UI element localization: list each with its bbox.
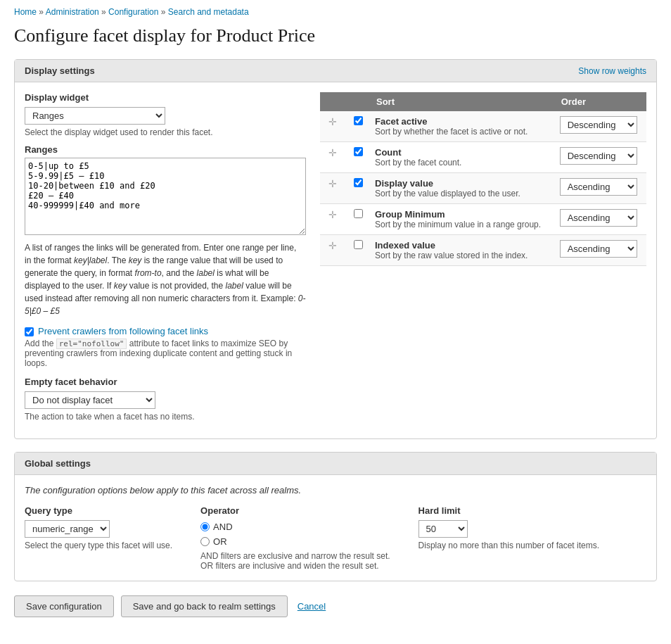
order-cell-group_minimum: AscendingDescending bbox=[554, 204, 646, 235]
button-row: Save configuration Save and go back to r… bbox=[14, 595, 657, 617]
sort-table: Sort Order ✛Facet activeSort by whether … bbox=[320, 92, 646, 266]
drag-handle-indexed_value[interactable]: ✛ bbox=[320, 235, 348, 266]
display-widget-desc: Select the display widget used to render… bbox=[25, 127, 306, 137]
global-settings-section: Global settings The configuration option… bbox=[14, 452, 657, 581]
sort-checkbox-indexed_value[interactable] bbox=[354, 240, 363, 249]
prevent-crawlers-help: Add the rel="nofollow" attribute to face… bbox=[25, 339, 306, 368]
ranges-help: A list of ranges the links will be gener… bbox=[25, 241, 306, 317]
sort-col-check bbox=[348, 92, 369, 111]
sort-checkbox-display_value[interactable] bbox=[354, 178, 363, 187]
order-select-group_minimum[interactable]: AscendingDescending bbox=[560, 209, 637, 227]
display-settings-section: Display settings Show row weights Displa… bbox=[14, 59, 657, 439]
global-settings-header: Global settings bbox=[15, 453, 656, 475]
sort-checkbox-count[interactable] bbox=[354, 147, 363, 156]
drag-handle-facet_active[interactable]: ✛ bbox=[320, 111, 348, 142]
hard-limit-field: Hard limit 10 20 50 100 200 Display no m… bbox=[418, 505, 599, 557]
order-select-indexed_value[interactable]: AscendingDescending bbox=[560, 240, 637, 258]
sort-checkbox-cell-group_minimum bbox=[348, 204, 369, 235]
display-widget-label: Display widget bbox=[25, 92, 306, 103]
prevent-crawlers-label[interactable]: Prevent crawlers from following facet li… bbox=[38, 326, 208, 336]
global-settings-body: The configuration options below apply to… bbox=[15, 475, 656, 581]
breadcrumb-config[interactable]: Configuration bbox=[108, 7, 158, 17]
operator-radio-group: AND OR bbox=[200, 522, 390, 547]
save-go-back-button[interactable]: Save and go back to realm settings bbox=[121, 595, 288, 617]
and-help-text: AND filters are exclusive and narrow the… bbox=[200, 551, 390, 561]
sort-checkbox-cell-display_value bbox=[348, 173, 369, 204]
sort-info-facet_active: Facet activeSort by whether the facet is… bbox=[369, 111, 554, 142]
operator-and-radio[interactable] bbox=[200, 522, 210, 531]
global-settings-label: Global settings bbox=[25, 458, 91, 469]
sort-row-count: ✛CountSort by the facet count.AscendingD… bbox=[320, 142, 646, 173]
sort-row-facet_active: ✛Facet activeSort by whether the facet i… bbox=[320, 111, 646, 142]
show-row-weights-link[interactable]: Show row weights bbox=[578, 66, 646, 76]
hard-limit-select[interactable]: 10 20 50 100 200 bbox=[418, 520, 468, 538]
breadcrumb: Home » Administration » Configuration » … bbox=[14, 7, 657, 17]
drag-handle-display_value[interactable]: ✛ bbox=[320, 173, 348, 204]
sort-info-display_value: Display valueSort by the value displayed… bbox=[369, 173, 554, 204]
sort-col-drag bbox=[320, 92, 348, 111]
sort-info-group_minimum: Group MinimumSort by the minimum value i… bbox=[369, 204, 554, 235]
sort-checkbox-cell-count bbox=[348, 142, 369, 173]
order-select-facet_active[interactable]: AscendingDescending bbox=[560, 116, 637, 134]
order-select-display_value[interactable]: AscendingDescending bbox=[560, 178, 637, 196]
hard-limit-desc: Display no more than this number of face… bbox=[418, 541, 599, 550]
breadcrumb-home[interactable]: Home bbox=[14, 7, 37, 17]
query-type-field: Query type numeric_range term range Sele… bbox=[25, 505, 172, 557]
display-widget-select[interactable]: Ranges Checkboxes Links Dropdown bbox=[25, 107, 165, 125]
sort-info-count: CountSort by the facet count. bbox=[369, 142, 554, 173]
sort-row-display_value: ✛Display valueSort by the value displaye… bbox=[320, 173, 646, 204]
empty-facet-select[interactable]: Do not display facet Display with no ite… bbox=[25, 391, 155, 409]
save-config-button[interactable]: Save configuration bbox=[14, 595, 114, 617]
order-cell-facet_active: AscendingDescending bbox=[554, 111, 646, 142]
order-select-count[interactable]: AscendingDescending bbox=[560, 147, 637, 165]
query-type-desc: Select the query type this facet will us… bbox=[25, 541, 172, 550]
breadcrumb-admin[interactable]: Administration bbox=[46, 7, 99, 17]
operator-or-radio[interactable] bbox=[200, 537, 210, 546]
or-help-text: OR filters are inclusive and widen the r… bbox=[200, 561, 378, 571]
display-settings-header: Display settings Show row weights bbox=[15, 60, 656, 82]
sort-row-group_minimum: ✛Group MinimumSort by the minimum value … bbox=[320, 204, 646, 235]
prevent-crawlers-row: Prevent crawlers from following facet li… bbox=[25, 326, 306, 336]
hard-limit-label: Hard limit bbox=[418, 505, 599, 516]
ranges-textarea[interactable]: 0-5|up to £5 5-9.99|£5 – £10 10-20|betwe… bbox=[25, 158, 306, 235]
ranges-label: Ranges bbox=[25, 144, 306, 155]
empty-facet-desc: The action to take when a facet has no i… bbox=[25, 412, 306, 422]
sort-table-header-row: Sort Order bbox=[320, 92, 646, 111]
sort-info-indexed_value: Indexed valueSort by the raw value store… bbox=[369, 235, 554, 266]
operator-help: AND filters are exclusive and narrow the… bbox=[200, 551, 390, 571]
sort-checkbox-cell-facet_active bbox=[348, 111, 369, 142]
operator-label: Operator bbox=[200, 505, 390, 516]
global-description: The configuration options below apply to… bbox=[25, 485, 646, 495]
display-left-col: Display widget Ranges Checkboxes Links D… bbox=[25, 92, 320, 429]
sort-checkbox-group_minimum[interactable] bbox=[354, 209, 363, 218]
empty-facet-section: Empty facet behavior Do not display face… bbox=[25, 377, 306, 422]
order-cell-display_value: AscendingDescending bbox=[554, 173, 646, 204]
query-type-label: Query type bbox=[25, 505, 172, 516]
prevent-crawlers-checkbox[interactable] bbox=[25, 327, 34, 336]
operator-or-label[interactable]: OR bbox=[213, 536, 227, 547]
page-title: Configure facet display for Product Pric… bbox=[14, 25, 657, 46]
operator-and-label[interactable]: AND bbox=[213, 522, 232, 532]
cancel-button[interactable]: Cancel bbox=[295, 596, 328, 617]
sort-table-col: Sort Order ✛Facet activeSort by whether … bbox=[320, 92, 646, 429]
order-cell-count: AscendingDescending bbox=[554, 142, 646, 173]
display-settings-body: Display widget Ranges Checkboxes Links D… bbox=[15, 82, 656, 438]
nofollow-code: rel="nofollow" bbox=[56, 339, 127, 349]
operator-and-row: AND bbox=[200, 522, 390, 532]
operator-or-row: OR bbox=[200, 536, 390, 547]
sort-row-indexed_value: ✛Indexed valueSort by the raw value stor… bbox=[320, 235, 646, 266]
global-fields: Query type numeric_range term range Sele… bbox=[25, 505, 646, 571]
display-settings-label: Display settings bbox=[25, 65, 95, 76]
query-type-select[interactable]: numeric_range term range bbox=[25, 520, 110, 538]
sort-checkbox-facet_active[interactable] bbox=[354, 116, 363, 125]
empty-facet-label: Empty facet behavior bbox=[25, 377, 306, 387]
breadcrumb-search[interactable]: Search and metadata bbox=[168, 7, 249, 17]
sort-col-order: Order bbox=[554, 92, 646, 111]
sort-col-sort: Sort bbox=[369, 92, 554, 111]
drag-handle-count[interactable]: ✛ bbox=[320, 142, 348, 173]
drag-handle-group_minimum[interactable]: ✛ bbox=[320, 204, 348, 235]
operator-field: Operator AND OR AND filters are exclusiv… bbox=[200, 505, 390, 571]
order-cell-indexed_value: AscendingDescending bbox=[554, 235, 646, 266]
sort-checkbox-cell-indexed_value bbox=[348, 235, 369, 266]
